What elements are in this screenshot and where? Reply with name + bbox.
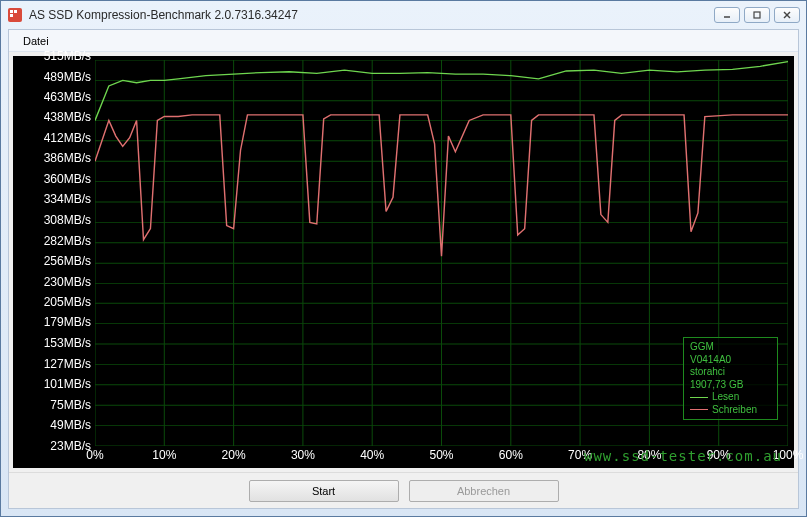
y-tick-label: 386MB/s [44,151,91,165]
y-tick-label: 205MB/s [44,295,91,309]
start-button[interactable]: Start [249,480,399,502]
y-axis: 23MB/s49MB/s75MB/s101MB/s127MB/s153MB/s1… [13,56,95,446]
svg-rect-5 [754,12,760,18]
titlebar[interactable]: AS SSD Kompression-Benchmark 2.0.7316.34… [1,1,806,29]
y-tick-label: 463MB/s [44,90,91,104]
x-tick-label: 100% [773,448,804,462]
button-row: Start Abbrechen [9,472,798,508]
legend-line2: V0414A0 [690,354,771,367]
y-tick-label: 515MB/s [44,49,91,63]
maximize-button[interactable] [744,7,770,23]
x-axis: 0%10%20%30%40%50%60%70%80%90%100% [95,446,788,468]
window-title: AS SSD Kompression-Benchmark 2.0.7316.34… [29,8,714,22]
legend-write-swatch [690,409,708,410]
y-tick-label: 230MB/s [44,275,91,289]
y-tick-label: 489MB/s [44,70,91,84]
y-tick-label: 438MB/s [44,110,91,124]
menu-file[interactable]: Datei [15,33,57,49]
x-tick-label: 40% [360,448,384,462]
x-tick-label: 20% [222,448,246,462]
x-tick-label: 30% [291,448,315,462]
window-frame: AS SSD Kompression-Benchmark 2.0.7316.34… [0,0,807,517]
chart: 23MB/s49MB/s75MB/s101MB/s127MB/s153MB/s1… [13,56,794,468]
y-tick-label: 75MB/s [50,398,91,412]
x-tick-label: 10% [152,448,176,462]
y-tick-label: 23MB/s [50,439,91,453]
y-tick-label: 412MB/s [44,131,91,145]
legend-read-label: Lesen [712,391,739,404]
legend-line3: storahci [690,366,771,379]
y-tick-label: 127MB/s [44,357,91,371]
legend-write-label: Schreiben [712,404,757,417]
minimize-button[interactable] [714,7,740,23]
app-icon [7,7,23,23]
y-tick-label: 334MB/s [44,192,91,206]
y-tick-label: 308MB/s [44,213,91,227]
x-tick-label: 50% [429,448,453,462]
menubar: Datei [9,30,798,52]
plot-area: GGM V0414A0 storahci 1907,73 GB Lesen Sc… [95,60,788,446]
y-tick-label: 49MB/s [50,418,91,432]
window-controls [714,7,800,23]
y-tick-label: 282MB/s [44,234,91,248]
svg-rect-1 [10,10,13,13]
client-area: Datei 23MB/s49MB/s75MB/s101MB/s127MB/s15… [8,29,799,509]
cancel-button[interactable]: Abbrechen [409,480,559,502]
y-tick-label: 101MB/s [44,377,91,391]
legend: GGM V0414A0 storahci 1907,73 GB Lesen Sc… [683,337,778,420]
legend-read-swatch [690,397,708,398]
legend-line4: 1907,73 GB [690,379,771,392]
x-tick-label: 0% [86,448,103,462]
y-tick-label: 179MB/s [44,315,91,329]
svg-rect-2 [14,10,17,13]
x-tick-label: 60% [499,448,523,462]
legend-line1: GGM [690,341,771,354]
x-tick-label: 70% [568,448,592,462]
x-tick-label: 80% [637,448,661,462]
y-tick-label: 153MB/s [44,336,91,350]
y-tick-label: 360MB/s [44,172,91,186]
close-button[interactable] [774,7,800,23]
svg-rect-3 [10,14,13,17]
x-tick-label: 90% [707,448,731,462]
y-tick-label: 256MB/s [44,254,91,268]
